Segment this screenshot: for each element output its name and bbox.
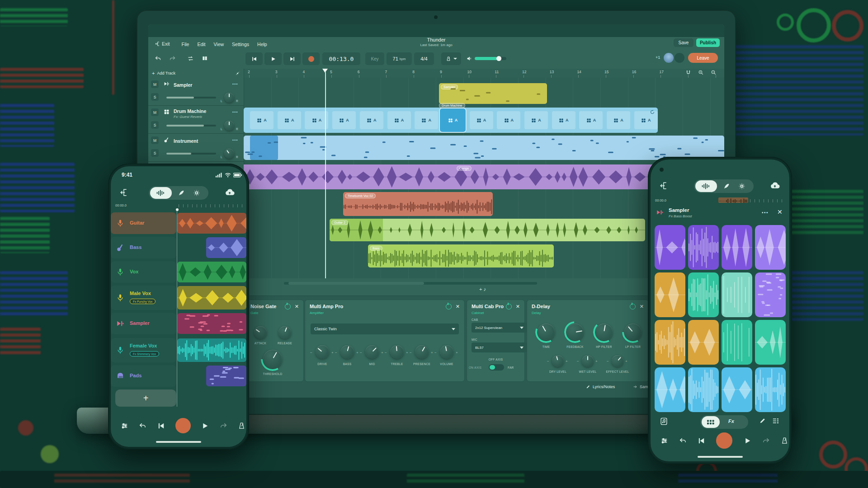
pan-knob[interactable] [224,121,234,131]
solo-button[interactable]: S [151,149,159,157]
presence-knob[interactable] [415,345,429,359]
sampler-pad-9[interactable] [655,320,685,365]
record-button[interactable] [302,52,320,65]
phone-clip[interactable] [177,286,246,310]
redo-icon[interactable] [169,55,176,62]
clip-bass[interactable]: Bass [368,244,554,267]
pads-mode-button[interactable] [702,416,720,428]
tab-fx-feather[interactable] [723,183,730,190]
phone-track-header[interactable]: Pads [111,365,176,387]
redo-icon[interactable] [762,437,770,445]
drum-cell[interactable]: A [497,111,520,129]
add-track-button[interactable]: + [115,389,176,407]
music-doc-icon[interactable] [660,417,668,426]
play-button[interactable] [264,52,282,65]
volume-knob[interactable] [440,345,453,359]
drum-cell[interactable]: A [579,111,603,129]
drum-cell[interactable]: A [332,111,356,129]
mute-button[interactable]: M [151,80,159,88]
zoom-in-icon[interactable] [698,70,704,75]
phone-track-header[interactable]: Guitar [111,212,176,234]
play-icon[interactable] [201,422,209,430]
drum-cell-selected[interactable]: ADrum Machine [440,108,466,132]
phone-clip[interactable] [177,262,246,282]
phone-track-row-guitar[interactable]: Guitar [111,212,246,234]
h-scrollbar[interactable] [284,282,537,285]
drum-cell[interactable]: A [278,111,301,129]
phone-clip[interactable] [206,366,246,386]
sampler-pad-10[interactable] [688,320,719,365]
skip-back-icon[interactable] [157,422,165,430]
drum-cell[interactable]: A [607,111,630,129]
snap-icon[interactable] [685,70,691,75]
power-icon[interactable] [285,304,291,310]
power-icon[interactable] [506,304,512,310]
release-knob[interactable] [278,326,291,339]
track-menu[interactable]: ••• [232,110,238,114]
undo-icon[interactable] [155,55,161,62]
skip-back-icon[interactable] [698,437,705,445]
clip-drum-machine[interactable]: AAAAAAAAAAAAAAAADrum Machine [244,108,658,133]
phone-clip[interactable] [206,237,246,258]
clip-sampler[interactable]: Sampler [439,83,547,104]
sampler-pad-4[interactable] [755,225,786,270]
phone-clip[interactable] [177,313,246,334]
sampler-pad-1[interactable] [655,225,685,270]
save-button[interactable]: Save [674,38,693,47]
track-volume-slider[interactable] [166,153,216,155]
time-signature-button[interactable]: 4/4 [414,52,434,65]
cloud-upload-icon[interactable] [770,181,780,189]
clip-guitar[interactable]: Guitar 2 [330,219,645,241]
drum-cell[interactable]: A [470,111,493,129]
pencil-icon[interactable] [759,417,766,424]
mixer-icon[interactable] [121,422,128,430]
play-icon[interactable] [744,437,751,445]
add-track-button[interactable]: Add Track [157,71,175,75]
attack-knob[interactable] [254,326,267,339]
publish-button[interactable]: Publish [696,38,720,47]
more-menu[interactable]: ••• [762,210,769,215]
metronome-icon[interactable] [781,437,788,445]
close-icon[interactable]: ✕ [516,304,520,310]
track-header-sampler[interactable]: MSSampler•••LR [148,78,244,106]
track-volume-slider[interactable] [166,125,216,127]
lyrics-notes-button[interactable]: Lyrics/Notes [586,385,615,389]
home-indicator[interactable] [698,456,743,458]
phone-track-row-pads[interactable]: Pads [111,365,246,387]
metronome-icon[interactable] [238,422,245,430]
phone-track-row-sampler[interactable]: Sampler [111,313,246,334]
phone-track-header[interactable]: Female VoxFx Shimmery Vox [111,338,176,362]
sampler-pad-8[interactable] [755,272,786,317]
sampler-pad-14[interactable] [688,367,719,412]
drive-knob[interactable] [316,345,329,359]
sampler-pad-13[interactable] [655,367,685,412]
sampler-pad-11[interactable] [722,320,752,365]
phone-track-header[interactable]: Vox [111,261,176,283]
h-scrollbar-thumb[interactable] [288,282,424,285]
volume-knob[interactable] [496,56,501,61]
sampler-pad-6[interactable] [688,272,719,317]
clip-vocal[interactable]: Timebomb Voc 02 [343,192,493,216]
phone-track-row-male-vox[interactable]: Male VoxFx Punchy Vox [111,286,246,310]
sampler-pad-15[interactable] [722,367,752,412]
metronome-button[interactable] [441,52,461,65]
edit-tool-icon[interactable] [235,71,240,76]
record-button[interactable] [175,418,191,433]
mixer-icon[interactable] [660,437,668,445]
loop-badge-icon[interactable] [650,109,655,115]
leave-button[interactable]: Leave [688,53,718,63]
phone-track-header[interactable]: Male VoxFx Punchy Vox [111,286,176,310]
threshold-knob[interactable] [263,350,282,369]
solo-button[interactable]: S [151,93,159,101]
sampler-pad-7[interactable] [722,272,752,317]
pan-knob[interactable] [224,149,234,159]
phone-clip[interactable] [177,338,246,362]
solo-button[interactable]: S [151,121,159,129]
dry-level-knob[interactable] [552,355,564,367]
loop-icon[interactable] [187,55,194,62]
skip-forward-button[interactable] [283,52,301,65]
phone-track-header[interactable]: Sampler [111,313,176,334]
fx-mode-button[interactable]: Fx [728,418,734,424]
pan-knob[interactable] [224,93,234,103]
drum-cell[interactable]: A [360,111,383,129]
